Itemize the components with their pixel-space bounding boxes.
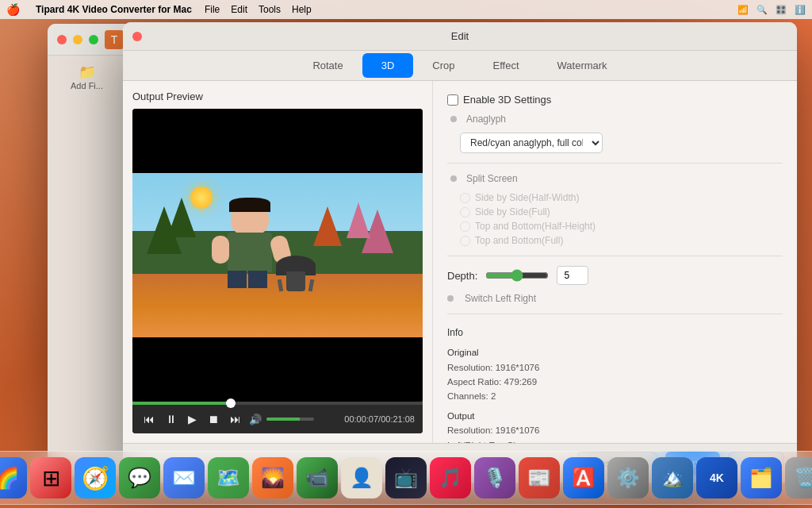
divider-1 (447, 163, 783, 164)
finder2-icon[interactable]: 🗂️ (741, 457, 782, 498)
tab-3d[interactable]: 3D (362, 53, 414, 78)
info-section: Info Original Resolution: 1916*1076 Aspe… (447, 325, 783, 443)
dialog-title: Edit (451, 30, 469, 42)
volume-icon: 🔊 (249, 414, 262, 425)
close-traffic-light[interactable] (57, 35, 67, 44)
dialog-close-dot[interactable] (132, 32, 142, 41)
appstore-icon[interactable]: 🅰️ (563, 457, 604, 498)
menu-file[interactable]: File (205, 4, 220, 15)
depth-label: Depth: (447, 270, 477, 282)
finder-icon[interactable]: 🌈 (0, 457, 27, 498)
safari-icon[interactable]: 🧭 (75, 457, 116, 498)
time-display: 00:00:07/00:21:08 (344, 414, 415, 424)
depth-row: Depth: 5 (447, 266, 783, 285)
preview-area: Output Preview (123, 81, 432, 443)
info-output-title: Output (447, 409, 783, 423)
info-original-resolution: Resolution: 1916*1076 (447, 360, 783, 375)
split-option-4[interactable]: Top and Bottom(Full) (460, 235, 783, 246)
system-prefs-icon[interactable]: ⚙️ (607, 457, 649, 498)
info-original-aspect: Aspect Ratio: 479:269 (447, 375, 783, 389)
tab-effect[interactable]: Effect (474, 53, 538, 78)
info-icon[interactable]: ℹ️ (795, 5, 806, 15)
split-screen-label: Split Screen (466, 173, 518, 184)
dialog-body: Output Preview (123, 81, 797, 443)
menu-edit[interactable]: Edit (231, 4, 247, 15)
enable-3d-label[interactable]: Enable 3D Settings (447, 94, 551, 106)
info-original-channels: Channels: 2 (447, 389, 783, 403)
mail-icon[interactable]: ✉️ (163, 457, 205, 498)
settings-panel: Enable 3D Settings Anaglyph Red/cyan ana… (432, 81, 797, 443)
menu-tools[interactable]: Tools (259, 4, 281, 15)
tab-rotate[interactable]: Rotate (293, 53, 362, 78)
video-controls: ⏮ ⏸ ▶ ⏹ ⏭ 🔊 00:00:07/00:21:08 (132, 405, 423, 433)
maps-icon[interactable]: 🗺️ (208, 457, 249, 498)
app-icon: T (105, 30, 124, 49)
wallpaper-icon[interactable]: 🏔️ (652, 457, 693, 498)
photos-icon[interactable]: 🌄 (252, 457, 293, 498)
preview-label: Output Preview (132, 90, 423, 102)
add-files-btn[interactable]: 📁 Add Fi... (48, 56, 126, 98)
menu-items: File Edit Tools Help (205, 4, 312, 15)
anaglyph-label: Anaglyph (466, 114, 506, 125)
skip-fwd-btn[interactable]: ⏭ (227, 411, 244, 427)
split-option-2[interactable]: Side by Side(Full) (460, 206, 783, 217)
wifi-icon: 📶 (737, 5, 749, 15)
video-frame (132, 109, 423, 402)
podcasts-icon[interactable]: 🎙️ (474, 457, 515, 498)
info-title: Info (447, 325, 783, 341)
tab-watermark[interactable]: Watermark (538, 53, 626, 78)
skip-back-btn[interactable]: ⏮ (140, 411, 158, 427)
tab-crop[interactable]: Crop (413, 53, 473, 78)
black-bar-top (132, 109, 423, 173)
maximize-traffic-light[interactable] (89, 35, 98, 44)
enable-3d-checkbox[interactable] (447, 94, 458, 106)
app-name-menu[interactable]: Tipard 4K Video Converter for Mac (36, 4, 192, 15)
split-screen-row: Split Screen (450, 173, 783, 184)
enable-3d-row: Enable 3D Settings (447, 94, 783, 106)
switch-lr-label: Switch Left Right (465, 293, 536, 304)
anaglyph-row: Anaglyph (450, 114, 783, 125)
video-content (132, 173, 423, 337)
video-progress-thumb[interactable] (226, 398, 236, 408)
video-progress-bar[interactable] (132, 402, 423, 405)
volume-bar[interactable] (266, 418, 314, 421)
bg-sidebar: 📁 Add Fi... (48, 56, 127, 476)
anaglyph-select[interactable]: Red/cyan anaglyph, full colorRed/cyan an… (460, 133, 603, 153)
dialog-titlebar: Edit (123, 22, 797, 51)
4k-converter-icon[interactable]: 4K (696, 457, 737, 498)
trash-icon[interactable]: 🗑️ (785, 457, 812, 498)
apple-menu-icon[interactable]: 🍎 (6, 3, 20, 16)
black-bar-bottom (132, 337, 423, 402)
switch-lr-row: Switch Left Right (447, 293, 783, 304)
search-icon[interactable]: 🔍 (756, 5, 768, 15)
split-option-3[interactable]: Top and Bottom(Half-Height) (460, 221, 783, 232)
news-icon[interactable]: 📰 (519, 457, 560, 498)
play-btn[interactable]: ▶ (185, 411, 200, 427)
music-icon[interactable]: 🎵 (430, 457, 471, 498)
divider-2 (447, 256, 783, 256)
facetime-icon[interactable]: 📹 (297, 457, 338, 498)
minimize-traffic-light[interactable] (73, 35, 82, 44)
split-option-1[interactable]: Side by Side(Half-Width) (460, 192, 783, 203)
stop-btn[interactable]: ⏹ (205, 411, 222, 427)
info-output-resolution: Resolution: 1916*1076 (447, 423, 783, 437)
menu-help[interactable]: Help (292, 4, 312, 15)
contacts-icon[interactable]: 👤 (341, 457, 382, 498)
menubar-right: 📶 🔍 🎛️ ℹ️ (737, 5, 806, 15)
depth-slider[interactable] (485, 269, 549, 282)
edit-dialog: Edit Rotate 3D Crop Effect Watermark Out… (123, 22, 797, 483)
volume-fill (266, 418, 300, 421)
control-center-icon[interactable]: 🎛️ (776, 5, 787, 15)
tab-bar: Rotate 3D Crop Effect Watermark (123, 51, 797, 81)
divider-3 (447, 314, 783, 314)
video-progress-fill (132, 402, 231, 405)
menubar: 🍎 Tipard 4K Video Converter for Mac File… (0, 0, 812, 19)
tv-icon[interactable]: 📺 (385, 457, 427, 498)
depth-value-input[interactable]: 5 (557, 266, 588, 285)
info-original-title: Original (447, 345, 783, 360)
launchpad-icon[interactable]: ⊞ (30, 457, 71, 498)
pause-btn[interactable]: ⏸ (163, 411, 180, 427)
messages-icon[interactable]: 💬 (119, 457, 160, 498)
dock: 🌈 ⊞ 🧭 💬 ✉️ 🗺️ 🌄 📹 👤 📺 🎵 🎙️ 📰 🅰️ ⚙️ 🏔️ 4K… (0, 451, 812, 505)
